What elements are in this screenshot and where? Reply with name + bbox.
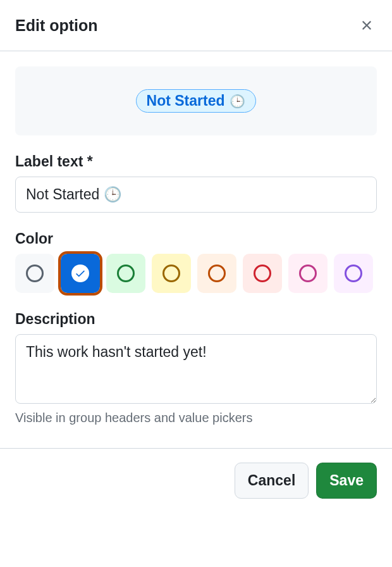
preview-pill: Not Started 🕒 [136,89,257,113]
close-icon [359,18,374,33]
color-swatch-red[interactable] [243,254,282,293]
ring-icon [345,265,362,282]
color-swatch-green[interactable] [106,254,145,293]
description-helper: Visible in group headers and value picke… [15,411,377,425]
preview-box: Not Started 🕒 [15,66,377,135]
description-section: Description Visible in group headers and… [15,311,377,425]
color-swatch-orange[interactable] [197,254,236,293]
ring-icon [254,265,271,282]
label-text-input[interactable] [15,177,377,213]
cancel-button[interactable]: Cancel [235,463,309,499]
color-swatch-purple[interactable] [334,254,373,293]
dialog-footer: Cancel Save [0,448,392,513]
color-swatch-blue[interactable] [61,254,100,293]
description-input[interactable] [15,334,377,404]
color-swatch-yellow[interactable] [152,254,191,293]
label-text-label: Label text * [15,153,377,170]
label-text-section: Label text * [15,153,377,213]
color-label: Color [15,230,377,247]
ring-icon [117,265,135,282]
color-swatch-pink[interactable] [288,254,328,293]
color-swatches [15,254,377,293]
ring-icon [299,265,317,282]
clock-icon: 🕒 [230,94,245,109]
dialog-title: Edit option [15,16,98,35]
check-icon [71,265,89,282]
close-button[interactable] [357,15,377,35]
description-label: Description [15,311,377,328]
color-swatch-gray[interactable] [15,254,54,293]
ring-icon [208,265,226,282]
ring-icon [162,265,180,282]
color-section: Color [15,230,377,293]
preview-label: Not Started [147,92,225,109]
save-button[interactable]: Save [316,463,377,499]
ring-icon [26,265,44,282]
